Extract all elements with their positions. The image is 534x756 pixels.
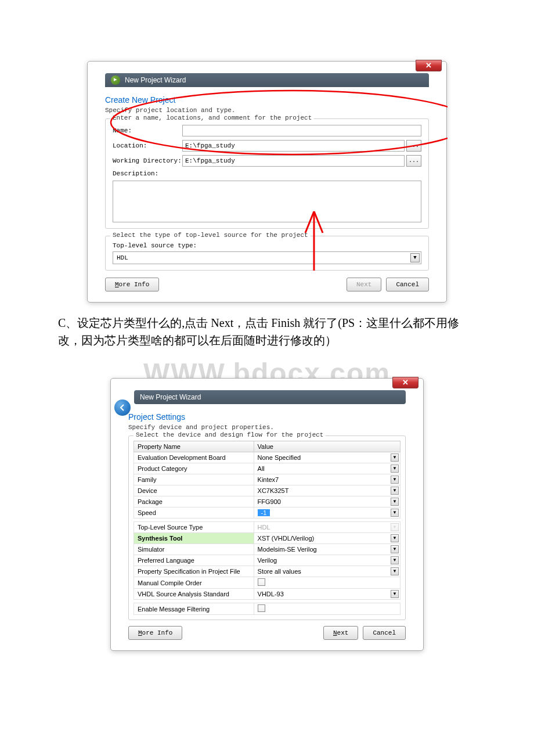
dropdown-icon[interactable]: ▼ <box>391 453 399 462</box>
property-value-cell[interactable]: VHDL-93▼ <box>254 589 400 600</box>
location-label: Location: <box>113 142 182 149</box>
property-name-cell: Package <box>134 496 254 507</box>
property-value-cell[interactable]: None Specified▼ <box>254 452 400 463</box>
next-text: ext <box>337 629 349 636</box>
table-row: Product CategoryAll▼ <box>134 463 400 474</box>
close-button[interactable]: ✕ <box>416 60 442 71</box>
dropdown-icon[interactable]: ▼ <box>391 523 399 531</box>
next-button[interactable]: Next <box>347 278 381 291</box>
source-type-group: Select the type of top-level source for … <box>105 236 429 271</box>
table-row: VHDL Source Analysis StandardVHDL-93▼ <box>134 589 400 600</box>
dropdown-icon[interactable]: ▼ <box>391 567 399 575</box>
property-value-cell[interactable]: XC7K325T▼ <box>254 485 400 496</box>
workdir-label: Working Directory: <box>113 157 182 164</box>
cancel-button[interactable]: Cancel <box>386 278 429 291</box>
property-value-cell[interactable]: Modelsim-SE Verilog▼ <box>254 544 400 555</box>
dropdown-icon[interactable]: ▼ <box>391 509 399 517</box>
page-subtitle: Specify project location and type. <box>105 107 429 114</box>
device-flow-group: Select the device and design flow for th… <box>128 435 406 620</box>
table-row: PackageFFG900▼ <box>134 496 400 507</box>
property-name-cell: Top-Level Source Type <box>134 522 254 533</box>
caption-text: C、设定芯片类型什么的,点击 Next，点击 Finish 就行了(PS：这里什… <box>58 314 476 349</box>
property-value-cell[interactable]: All▼ <box>254 463 400 474</box>
dropdown-icon[interactable]: ▼ <box>391 487 399 495</box>
table-row: Top-Level Source TypeHDL▼ <box>134 522 400 533</box>
dropdown-icon[interactable]: ▼ <box>391 556 399 564</box>
more-info-button[interactable]: More Info <box>128 626 182 640</box>
property-name-cell: Preferred Language <box>134 555 254 566</box>
property-name-cell: Synthesis Tool <box>134 533 254 544</box>
dropdown-icon[interactable]: ▼ <box>391 534 399 542</box>
wizard-title: New Project Wizard <box>140 393 201 401</box>
col-value: Value <box>254 441 400 452</box>
workdir-input[interactable] <box>182 155 405 167</box>
back-arrow-icon <box>118 404 127 412</box>
property-name-cell: Family <box>134 474 254 485</box>
wizard-title: New Project Wizard <box>125 76 186 84</box>
property-value-cell[interactable]: FFG900▼ <box>254 496 400 507</box>
property-value-cell[interactable] <box>254 603 400 615</box>
description-textarea[interactable] <box>113 181 421 222</box>
dropdown-icon[interactable]: ▼ <box>391 545 399 553</box>
location-browse-button[interactable]: ... <box>406 140 421 152</box>
toplevel-label: Top-level source type: <box>113 242 421 249</box>
col-property: Property Name <box>134 441 254 452</box>
create-project-dialog: ✕ New Project Wizard Create New Project … <box>87 61 447 303</box>
cancel-button[interactable]: Cancel <box>363 626 406 640</box>
dropdown-icon[interactable]: ▼ <box>391 590 399 598</box>
toplevel-value: HDL <box>117 254 128 261</box>
wizard-header: New Project Wizard <box>105 73 429 87</box>
table-row: Evaluation Development BoardNone Specifi… <box>134 452 400 463</box>
more-info-button[interactable]: More Info <box>105 278 159 291</box>
property-value-cell[interactable]: XST (VHDL/Verilog)▼ <box>254 533 400 544</box>
group-legend: Select the device and design flow for th… <box>134 431 326 438</box>
more-info-text: ore Info <box>119 281 150 288</box>
page-title: Create New Project <box>105 95 429 105</box>
back-button[interactable] <box>114 399 131 416</box>
checkbox[interactable] <box>258 604 265 612</box>
property-name-cell: Evaluation Development Board <box>134 452 254 463</box>
dropdown-icon: ▼ <box>410 253 420 262</box>
property-value-cell[interactable]: -1▼ <box>254 507 400 519</box>
dropdown-icon[interactable]: ▼ <box>391 498 399 506</box>
table-row: Enable Message Filtering <box>134 603 400 615</box>
wizard-header: New Project Wizard <box>134 390 406 404</box>
table-row: DeviceXC7K325T▼ <box>134 485 400 496</box>
table-row: Synthesis ToolXST (VHDL/Verilog)▼ <box>134 533 400 544</box>
property-name-cell: Simulator <box>134 544 254 555</box>
table-row: Manual Compile Order <box>134 577 400 589</box>
table-row: FamilyKintex7▼ <box>134 474 400 485</box>
next-button[interactable]: Next <box>323 626 358 640</box>
property-value-cell[interactable]: Kintex7▼ <box>254 474 400 485</box>
property-value-cell[interactable]: HDL▼ <box>254 522 400 533</box>
property-value-cell[interactable]: Store all values▼ <box>254 566 400 577</box>
workdir-browse-button[interactable]: ... <box>406 155 421 167</box>
dropdown-icon[interactable]: ▼ <box>391 465 399 473</box>
project-settings-dialog: ✕ New Project Wizard Project Settings Sp… <box>110 378 424 651</box>
group2-legend: Select the type of top-level source for … <box>110 232 311 239</box>
description-label: Description: <box>113 170 182 177</box>
wizard-arrow-icon <box>111 75 120 85</box>
table-row: Preferred LanguageVerilog▼ <box>134 555 400 566</box>
close-button[interactable]: ✕ <box>392 377 418 388</box>
properties-table: Property Name Value Evaluation Developme… <box>134 441 400 615</box>
property-value-cell[interactable]: Verilog▼ <box>254 555 400 566</box>
checkbox[interactable] <box>258 578 265 586</box>
property-name-cell: Manual Compile Order <box>134 577 254 589</box>
name-input[interactable] <box>182 125 421 136</box>
table-row: Property Specification in Project FileSt… <box>134 566 400 577</box>
name-label: Name: <box>113 127 182 134</box>
property-name-cell: Speed <box>134 507 254 519</box>
property-name-cell: VHDL Source Analysis Standard <box>134 589 254 600</box>
location-input[interactable] <box>182 140 405 152</box>
property-name-cell: Enable Message Filtering <box>134 603 254 615</box>
project-info-group: Enter a name, locations, and comment for… <box>105 118 429 229</box>
dropdown-icon[interactable]: ▼ <box>391 476 399 484</box>
page-subtitle: Specify device and project properties. <box>128 424 406 431</box>
table-row: SimulatorModelsim-SE Verilog▼ <box>134 544 400 555</box>
more-info-text: ore Info <box>142 629 173 636</box>
toplevel-select[interactable]: HDL ▼ <box>113 251 421 264</box>
group1-legend: Enter a name, locations, and comment for… <box>110 114 314 121</box>
property-name-cell: Product Category <box>134 463 254 474</box>
property-value-cell[interactable] <box>254 577 400 589</box>
